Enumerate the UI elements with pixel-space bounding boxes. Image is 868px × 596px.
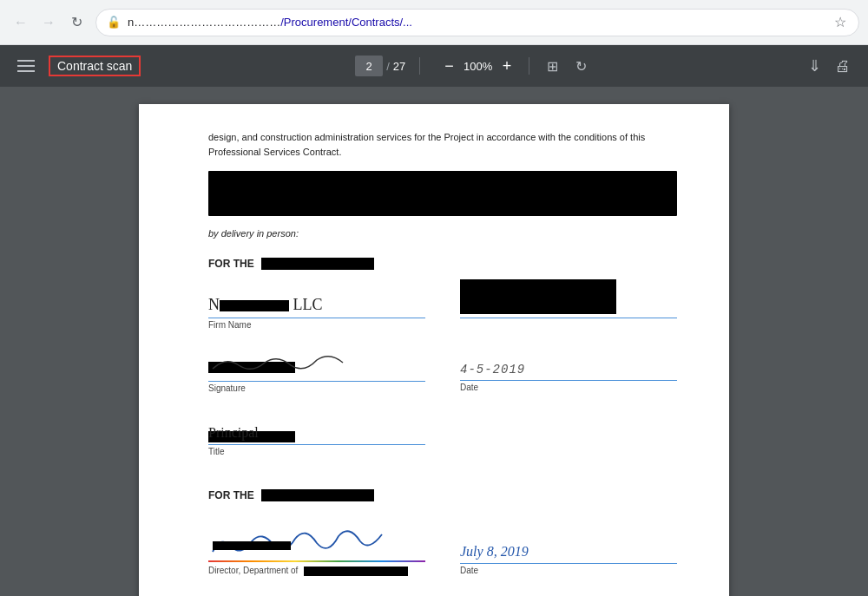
hamburger-line3 bbox=[17, 70, 35, 72]
redacted-bar-top bbox=[208, 171, 677, 216]
menu-button[interactable] bbox=[14, 56, 38, 75]
signature-svg bbox=[208, 350, 347, 376]
hamburger-line2 bbox=[17, 65, 35, 67]
right-sig-column: 4-5-2019 Date bbox=[460, 284, 677, 474]
signatures-grid2: Director, Department of July 8, 2019 Dat… bbox=[208, 515, 677, 593]
address-bar[interactable]: 🔓 n…………………………………/Procurement/Contracts/.… bbox=[95, 9, 859, 36]
section2-for-the: FOR THE bbox=[208, 489, 254, 501]
print-button[interactable]: 🖨 bbox=[832, 54, 854, 79]
page-number-input[interactable] bbox=[355, 56, 383, 76]
pdf-toolbar: Contract scan / 27 − 100% + ⊞ ↻ ⇓ 🖨 bbox=[0, 45, 868, 87]
firm-name-block: N LLC Firm Name bbox=[208, 284, 425, 330]
bookmark-button[interactable]: ☆ bbox=[832, 12, 848, 32]
rotate-button[interactable]: ↻ bbox=[572, 55, 590, 78]
right-sig-line bbox=[460, 284, 677, 318]
signature-block: Signature bbox=[208, 347, 425, 393]
director-label-text: Director, Department of bbox=[208, 566, 298, 575]
security-icon: 🔓 bbox=[107, 16, 121, 29]
date-label: Date bbox=[460, 383, 677, 392]
director-dept-redact bbox=[304, 567, 408, 576]
section1-label: FOR THE bbox=[208, 258, 677, 270]
right-actions: ⇓ 🖨 bbox=[805, 53, 854, 79]
back-button[interactable]: ← bbox=[9, 10, 33, 35]
zoom-divider2 bbox=[529, 57, 529, 75]
section2-label: FOR THE bbox=[208, 489, 677, 501]
zoom-out-button[interactable]: − bbox=[441, 56, 457, 75]
intro-text: design, and construction administration … bbox=[208, 130, 677, 159]
section1-redact bbox=[261, 258, 374, 270]
right-sig-column2: July 8, 2019 Date bbox=[460, 515, 677, 593]
signature-label: Signature bbox=[208, 383, 425, 393]
url-start: n………………………………… bbox=[128, 16, 280, 29]
director-sig-area bbox=[208, 515, 425, 564]
firm-name-label: Firm Name bbox=[208, 320, 425, 330]
director-sig-svg bbox=[208, 517, 399, 560]
date-handwritten: 4-5-2019 bbox=[460, 363, 525, 377]
right-redact-block bbox=[460, 284, 677, 332]
page-total: 27 bbox=[393, 60, 405, 73]
firm-name-handwritten: N LLC bbox=[208, 296, 323, 314]
director-label: Director, Department of bbox=[208, 566, 425, 576]
date2-label: Date bbox=[460, 566, 677, 575]
svg-rect-0 bbox=[213, 541, 291, 550]
date-block: 4-5-2019 Date bbox=[460, 350, 677, 392]
browser-chrome: ← → ↻ 🔓 n…………………………………/Procurement/Contr… bbox=[0, 0, 868, 45]
signature-line bbox=[208, 347, 425, 382]
firm-name-line: N LLC bbox=[208, 284, 425, 318]
date-line: 4-5-2019 bbox=[460, 350, 677, 381]
fit-page-button[interactable]: ⊞ bbox=[543, 55, 562, 78]
section2-redact bbox=[261, 489, 374, 501]
date2-line: July 8, 2019 bbox=[460, 515, 677, 564]
signatures-grid: N LLC Firm Name Signatur bbox=[208, 284, 677, 474]
url-text: n…………………………………/Procurement/Contracts/... bbox=[128, 16, 825, 29]
left-sig-column2: Director, Department of bbox=[208, 515, 425, 593]
director-sig-block: Director, Department of bbox=[208, 515, 425, 576]
section1-for-the: FOR THE bbox=[208, 258, 254, 270]
title-block: Principal Title bbox=[208, 410, 425, 456]
right-redacted-bar bbox=[460, 279, 616, 314]
title-redact-row: Principal bbox=[208, 431, 295, 442]
zoom-level: 100% bbox=[461, 60, 496, 73]
nav-buttons: ← → ↻ bbox=[9, 10, 89, 35]
date2-handwritten: July 8, 2019 bbox=[460, 544, 529, 560]
zoom-controls: − 100% + bbox=[441, 56, 515, 75]
forward-button[interactable]: → bbox=[36, 10, 61, 35]
colorful-underline bbox=[208, 560, 425, 562]
download-button[interactable]: ⇓ bbox=[805, 53, 825, 79]
reload-button[interactable]: ↻ bbox=[64, 10, 89, 35]
hamburger-line1 bbox=[17, 60, 35, 62]
pdf-content[interactable]: design, and construction administration … bbox=[0, 87, 868, 596]
page-controls: / 27 bbox=[355, 56, 405, 76]
zoom-divider1 bbox=[419, 57, 420, 75]
left-sig-column: N LLC Firm Name Signatur bbox=[208, 284, 425, 474]
title-line: Principal bbox=[208, 410, 425, 445]
title-handwritten: Principal bbox=[208, 425, 259, 441]
pdf-title: Contract scan bbox=[49, 56, 141, 76]
date2-block: July 8, 2019 Date bbox=[460, 515, 677, 575]
pdf-page: design, and construction administration … bbox=[139, 104, 729, 596]
zoom-in-button[interactable]: + bbox=[499, 56, 516, 75]
delivery-text: by delivery in person: bbox=[208, 228, 677, 239]
page-separator: / bbox=[386, 60, 390, 73]
url-path: /Procurement/Contracts/... bbox=[280, 16, 412, 29]
title-label: Title bbox=[208, 447, 425, 456]
right-label-spacer bbox=[460, 320, 677, 332]
